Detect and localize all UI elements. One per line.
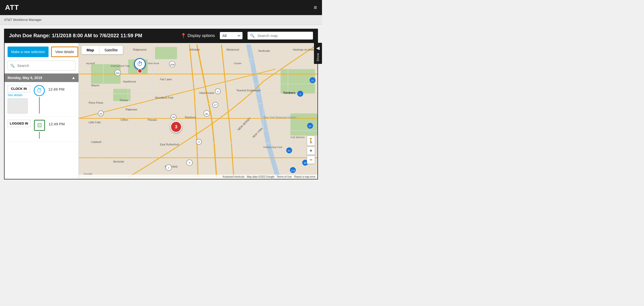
svg-text:Wayne: Wayne <box>91 84 99 87</box>
svg-text:46: 46 <box>172 116 175 119</box>
display-options-label: Display options <box>188 33 215 38</box>
report-map-error[interactable]: Report a map error <box>294 175 315 178</box>
svg-text:9: 9 <box>300 93 301 95</box>
svg-text:Little Falls: Little Falls <box>89 121 101 124</box>
tab-map[interactable]: Map <box>82 46 99 54</box>
show-panel-button[interactable]: ◀ Show <box>314 43 322 64</box>
clock-in-image <box>8 98 28 113</box>
svg-text:Clifton: Clifton <box>120 118 128 121</box>
svg-text:Glen Rock: Glen Rock <box>148 62 159 65</box>
search-icon: 🔍 <box>10 64 15 68</box>
svg-text:3: 3 <box>189 161 190 164</box>
svg-text:Hawthorne: Hawthorne <box>123 80 136 83</box>
clock-in-time: 12:49 PM <box>48 87 64 113</box>
map-marker-time[interactable]: ⏱ <box>134 58 146 73</box>
time-marker-icon: ⏱ <box>134 58 146 70</box>
svg-text:Fair Lawn: Fair Lawn <box>160 78 172 81</box>
keyboard-shortcuts[interactable]: Keyboard shortcuts <box>223 175 244 178</box>
svg-text:3: 3 <box>198 140 199 143</box>
clock-in-connector: ⏱ <box>34 85 45 113</box>
scroll-up-arrow[interactable]: ▲ <box>71 75 75 80</box>
new-selection-button[interactable]: Make a new selection <box>8 47 49 57</box>
login-icon-square: ⊡ <box>34 120 45 131</box>
svg-rect-5 <box>155 47 177 59</box>
search-map-input[interactable] <box>256 32 307 40</box>
map-cluster-marker[interactable]: 3 <box>170 121 182 133</box>
svg-text:Hillsdale: Hillsdale <box>189 48 200 51</box>
terms-of-use[interactable]: Terms of Use <box>277 175 292 178</box>
zoom-out-button[interactable]: − <box>307 156 315 164</box>
clock-icon-circle: ⏱ <box>34 85 45 96</box>
map-panel: Map Satellite <box>79 43 317 179</box>
svg-text:Passaic: Passaic <box>148 118 157 121</box>
all-dropdown[interactable]: All <box>220 32 243 39</box>
timeline-line <box>39 97 40 113</box>
zoom-in-button[interactable]: + <box>307 147 315 155</box>
svg-text:New York Botanical Garden: New York Botanical Garden <box>263 116 296 119</box>
svg-text:East Rutherford: East Rutherford <box>160 143 179 146</box>
svg-text:Paterson: Paterson <box>126 108 137 111</box>
svg-text:Caldwell: Caldwell <box>91 140 101 143</box>
svg-text:4: 4 <box>217 90 219 93</box>
svg-text:17: 17 <box>214 103 217 106</box>
svg-text:87: 87 <box>309 125 311 128</box>
search-input[interactable] <box>16 61 73 70</box>
logged-in-time: 12:49 PM <box>49 122 65 139</box>
show-panel-label: Show <box>316 53 320 61</box>
left-panel-actions: Make a new selection View details <box>5 43 78 61</box>
map-footer: Keyboard shortcuts Map data ©2022 Google… <box>79 175 317 179</box>
tab-satellite[interactable]: Satellite <box>99 46 123 54</box>
timeline-item-clock-in: CLOCK IN See details ⏱ 12:49 PM <box>5 82 78 117</box>
search-map-icon: 🔍 <box>250 33 255 38</box>
map-data: Map data ©2022 Google <box>247 175 274 178</box>
display-options-button[interactable]: 📍 Display options <box>181 33 215 39</box>
sub-nav: AT&T Workforce Manager <box>0 15 322 25</box>
svg-text:Teaneck Englewood: Teaneck Englewood <box>236 89 260 92</box>
svg-text:Wyckoff: Wyckoff <box>86 62 95 65</box>
view-details-button[interactable]: View details <box>51 47 78 57</box>
timeline-item-logged-in: LOGGED IN ⊡ 12:49 PM <box>5 117 78 142</box>
svg-rect-3 <box>280 69 315 94</box>
top-nav: ATT ≡ <box>0 0 322 15</box>
svg-text:22: 22 <box>311 79 314 82</box>
left-panel: Make a new selection View details 🔍 Mond… <box>5 43 79 179</box>
svg-text:Yonkers: Yonkers <box>283 91 295 95</box>
svg-text:Ridgewood: Ridgewood <box>133 48 146 51</box>
svg-text:Duanopnock Twp: Duanopnock Twp <box>111 64 130 67</box>
menu-icon[interactable]: ≡ <box>314 4 317 11</box>
header-bar: John Doe Range: 1/1/2018 8:00 AM to 7/6/… <box>4 29 318 43</box>
search-box: 🔍 <box>8 61 75 70</box>
search-map-container: 🔍 <box>248 32 313 40</box>
date-header: Monday, May 6, 2019 ▲ <box>5 73 78 82</box>
logged-in-connector: ⊡ <box>34 120 45 139</box>
clock-icon: ⏱ <box>36 87 42 94</box>
svg-text:Montclair: Montclair <box>113 160 124 163</box>
svg-text:Hackensack: Hackensack <box>199 91 214 94</box>
app-logo: ATT <box>5 4 19 12</box>
svg-text:95: 95 <box>304 162 307 164</box>
svg-text:278: 278 <box>291 169 295 172</box>
svg-text:THE BRONX: THE BRONX <box>290 136 305 139</box>
map-background: Wyckoff Ridgewood Hillsdale Westwood Nor… <box>79 43 317 179</box>
svg-text:80: 80 <box>205 112 208 115</box>
svg-text:Teterboro: Teterboro <box>185 116 196 119</box>
map-tab-bar: Map Satellite <box>81 46 123 54</box>
content-row: Make a new selection View details 🔍 Mond… <box>4 43 318 179</box>
see-details-link[interactable]: See details <box>8 93 30 97</box>
svg-text:Totowa: Totowa <box>119 99 128 102</box>
search-container: 🔍 <box>5 61 78 73</box>
svg-text:9A: 9A <box>288 149 291 152</box>
main-content: John Doe Range: 1/1/2018 8:00 AM to 7/6/… <box>0 25 322 183</box>
svg-text:Piece Flows: Piece Flows <box>89 101 103 104</box>
street-view-button[interactable]: 🚶 <box>307 136 315 146</box>
svg-text:Closter: Closter <box>234 62 242 65</box>
cluster-number: 3 <box>170 121 182 133</box>
svg-text:Westwood: Westwood <box>226 48 239 51</box>
time-marker-base <box>138 69 142 73</box>
timeline-line-2 <box>39 132 40 139</box>
login-icon: ⊡ <box>37 122 42 129</box>
svg-text:Northvale: Northvale <box>258 49 270 52</box>
svg-text:208: 208 <box>170 63 174 66</box>
header-title: John Doe Range: 1/1/2018 8:00 AM to 7/6/… <box>9 33 176 39</box>
pin-icon: 📍 <box>181 33 186 39</box>
